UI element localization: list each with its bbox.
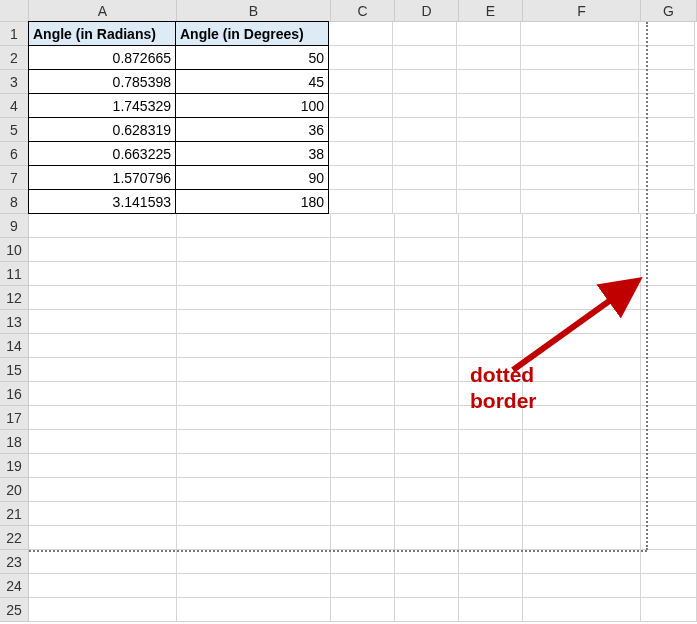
cell-E9[interactable]	[459, 214, 523, 238]
row-header-18[interactable]: 18	[0, 430, 29, 454]
cell-E10[interactable]	[459, 238, 523, 262]
cell-B17[interactable]	[177, 406, 331, 430]
cell-B6[interactable]: 38	[175, 142, 329, 166]
cell-A1[interactable]: Angle (in Radians)	[28, 21, 176, 46]
cell-A2[interactable]: 0.872665	[28, 46, 176, 70]
cell-G23[interactable]	[641, 550, 697, 574]
row-header-9[interactable]: 9	[0, 214, 29, 238]
cell-C6[interactable]	[329, 142, 393, 166]
cell-A7[interactable]: 1.570796	[28, 166, 176, 190]
cell-A23[interactable]	[29, 550, 177, 574]
cell-E18[interactable]	[459, 430, 523, 454]
cell-B4[interactable]: 100	[175, 94, 329, 118]
cell-E2[interactable]	[457, 46, 521, 70]
row-header-16[interactable]: 16	[0, 382, 29, 406]
cell-G10[interactable]	[641, 238, 697, 262]
cell-B15[interactable]	[177, 358, 331, 382]
cell-A18[interactable]	[29, 430, 177, 454]
cell-C5[interactable]	[329, 118, 393, 142]
cell-D14[interactable]	[395, 334, 459, 358]
row-header-20[interactable]: 20	[0, 478, 29, 502]
cell-F4[interactable]	[521, 94, 639, 118]
cell-F1[interactable]	[521, 22, 639, 46]
cell-A10[interactable]	[29, 238, 177, 262]
cell-F3[interactable]	[521, 70, 639, 94]
cell-F25[interactable]	[523, 598, 641, 622]
cell-B13[interactable]	[177, 310, 331, 334]
cell-F10[interactable]	[523, 238, 641, 262]
cell-G24[interactable]	[641, 574, 697, 598]
cell-G20[interactable]	[641, 478, 697, 502]
cell-D10[interactable]	[395, 238, 459, 262]
cell-B9[interactable]	[177, 214, 331, 238]
cell-B3[interactable]: 45	[175, 70, 329, 94]
cell-F13[interactable]	[523, 310, 641, 334]
cell-B25[interactable]	[177, 598, 331, 622]
cell-D6[interactable]	[393, 142, 457, 166]
select-all-corner[interactable]	[0, 0, 29, 22]
cell-E6[interactable]	[457, 142, 521, 166]
cell-G18[interactable]	[641, 430, 697, 454]
cell-B12[interactable]	[177, 286, 331, 310]
cell-F7[interactable]	[521, 166, 639, 190]
row-header-22[interactable]: 22	[0, 526, 29, 550]
row-header-1[interactable]: 1	[0, 22, 29, 46]
col-header-B[interactable]: B	[177, 0, 331, 22]
cell-B16[interactable]	[177, 382, 331, 406]
cell-D16[interactable]	[395, 382, 459, 406]
cell-A16[interactable]	[29, 382, 177, 406]
cell-C15[interactable]	[331, 358, 395, 382]
cell-E21[interactable]	[459, 502, 523, 526]
cell-C23[interactable]	[331, 550, 395, 574]
cell-D13[interactable]	[395, 310, 459, 334]
cell-E16[interactable]	[459, 382, 523, 406]
row-header-7[interactable]: 7	[0, 166, 29, 190]
row-header-12[interactable]: 12	[0, 286, 29, 310]
cell-F24[interactable]	[523, 574, 641, 598]
row-header-21[interactable]: 21	[0, 502, 29, 526]
cell-E5[interactable]	[457, 118, 521, 142]
cell-D23[interactable]	[395, 550, 459, 574]
row-header-11[interactable]: 11	[0, 262, 29, 286]
cell-G16[interactable]	[641, 382, 697, 406]
cell-B11[interactable]	[177, 262, 331, 286]
cell-D18[interactable]	[395, 430, 459, 454]
cell-E15[interactable]	[459, 358, 523, 382]
col-header-C[interactable]: C	[331, 0, 395, 22]
cell-C3[interactable]	[329, 70, 393, 94]
cell-A3[interactable]: 0.785398	[28, 70, 176, 94]
cell-A11[interactable]	[29, 262, 177, 286]
cell-E20[interactable]	[459, 478, 523, 502]
cell-C19[interactable]	[331, 454, 395, 478]
cell-C14[interactable]	[331, 334, 395, 358]
cell-G2[interactable]	[639, 46, 695, 70]
cell-G1[interactable]	[639, 22, 695, 46]
cell-A13[interactable]	[29, 310, 177, 334]
cell-G7[interactable]	[639, 166, 695, 190]
cell-D19[interactable]	[395, 454, 459, 478]
cell-A22[interactable]	[29, 526, 177, 550]
cell-A15[interactable]	[29, 358, 177, 382]
row-header-4[interactable]: 4	[0, 94, 29, 118]
cell-E8[interactable]	[457, 190, 521, 214]
cell-D4[interactable]	[393, 94, 457, 118]
cell-G15[interactable]	[641, 358, 697, 382]
cell-D20[interactable]	[395, 478, 459, 502]
cell-D25[interactable]	[395, 598, 459, 622]
cell-F11[interactable]	[523, 262, 641, 286]
cell-E22[interactable]	[459, 526, 523, 550]
cell-G19[interactable]	[641, 454, 697, 478]
cell-B5[interactable]: 36	[175, 118, 329, 142]
cell-F8[interactable]	[521, 190, 639, 214]
row-header-10[interactable]: 10	[0, 238, 29, 262]
cell-C25[interactable]	[331, 598, 395, 622]
cell-C13[interactable]	[331, 310, 395, 334]
cell-B21[interactable]	[177, 502, 331, 526]
cell-A6[interactable]: 0.663225	[28, 142, 176, 166]
cell-G13[interactable]	[641, 310, 697, 334]
col-header-F[interactable]: F	[523, 0, 641, 22]
cell-C21[interactable]	[331, 502, 395, 526]
cell-F16[interactable]	[523, 382, 641, 406]
cell-C20[interactable]	[331, 478, 395, 502]
cell-E19[interactable]	[459, 454, 523, 478]
